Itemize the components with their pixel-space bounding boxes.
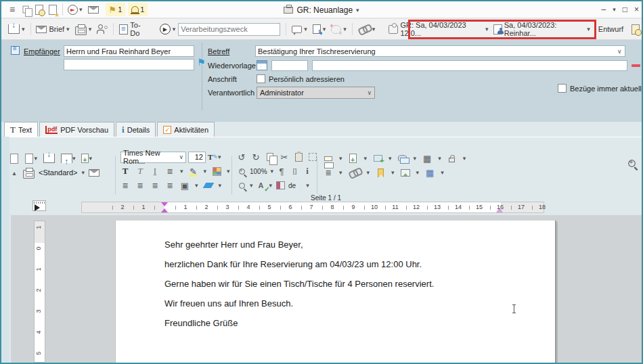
comments-button[interactable]: ▾ [289, 20, 310, 38]
search-icon[interactable] [237, 180, 246, 191]
insert-frame-icon[interactable] [373, 153, 382, 164]
list-format-icon[interactable]: ≣ [324, 167, 333, 178]
wiedervorlage-text-input[interactable] [312, 60, 627, 71]
draft-history-icon[interactable] [629, 22, 642, 36]
wiedervorlage-date-input[interactable] [271, 60, 308, 71]
verarbeitungszweck-input[interactable] [178, 23, 280, 36]
borders-icon[interactable]: ▣ [180, 180, 190, 191]
horizontal-ruler[interactable]: 21123456789101112131415161718 [81, 202, 544, 213]
link-button[interactable]: ▾ [355, 20, 378, 38]
edit-document-icon[interactable]: ✎▾ [25, 153, 37, 164]
remove-icon[interactable] [631, 64, 640, 67]
zoom-level[interactable]: 100% [250, 168, 267, 175]
empfaenger-input-2[interactable] [64, 59, 194, 70]
undo-icon[interactable]: ↺ [237, 152, 246, 162]
paste-icon[interactable] [294, 152, 303, 162]
editor-workspace[interactable]: 1012345 Sehr geehrter Herr und Frau Beye… [11, 215, 642, 363]
printer-select-icon[interactable] [23, 167, 35, 178]
brief-dropdown-icon[interactable]: ▾ [66, 26, 70, 32]
text-boundaries-icon[interactable]: [ ] [290, 166, 299, 177]
zoom-dropdown-icon[interactable]: ▾ [271, 168, 274, 175]
tab-details[interactable]: i Details [116, 122, 156, 137]
empfaenger-icon[interactable] [11, 46, 20, 56]
calendar-icon[interactable] [257, 60, 267, 72]
highlight-color-icon[interactable]: ✎ [189, 166, 198, 177]
italic-icon[interactable]: T [135, 166, 145, 177]
print-dropdown-icon[interactable]: ▾ [89, 26, 92, 32]
insert-table-icon[interactable]: ▦ [422, 153, 432, 164]
bold-icon[interactable]: T [120, 166, 130, 177]
linked-record-1-dropdown-icon[interactable]: ▾ [485, 26, 489, 32]
save-import-button[interactable]: ▾ [5, 20, 28, 38]
tab-text[interactable]: T Text [4, 122, 38, 137]
redo-icon[interactable]: ↻ [251, 152, 261, 162]
bezuege-checkbox[interactable] [558, 84, 567, 93]
language-code[interactable]: de [288, 182, 296, 189]
select-all-icon[interactable] [308, 152, 317, 162]
flag-marker-icon[interactable]: ⚑ [197, 57, 206, 68]
linked-record-2-dropdown-icon[interactable]: ▾ [587, 26, 590, 32]
workflow-button[interactable]: ▾ [328, 20, 349, 38]
document-history-icon[interactable] [32, 3, 46, 16]
bell-badge[interactable]: 1 [128, 3, 148, 16]
insert-document-icon[interactable] [349, 153, 358, 164]
hyperlink-icon[interactable] [349, 167, 361, 178]
contacts-button[interactable] [94, 20, 110, 38]
document-favorite-icon[interactable] [46, 3, 60, 16]
align-right-icon[interactable]: ≣ [150, 180, 160, 191]
letter-body[interactable]: Sehr geehrter Herr und Frau Beyer,herzli… [164, 240, 514, 338]
formatting-marks-icon[interactable]: ¶ [277, 166, 286, 177]
comments-dropdown-icon[interactable]: ▾ [304, 26, 307, 32]
empfaenger-input[interactable] [64, 45, 194, 57]
flag-badge[interactable]: ⚑ 1 [106, 3, 126, 16]
workflow-dropdown-icon[interactable]: ▾ [343, 26, 347, 32]
close-button[interactable]: × [634, 5, 639, 14]
copy-icon[interactable] [265, 152, 275, 162]
insert-field-icon[interactable] [398, 153, 407, 164]
tab-aktivitaeten[interactable]: ✓ Aktivitäten [157, 122, 215, 137]
verantwortlich-select[interactable]: Administrator ∨ [257, 87, 375, 99]
letter-paragraph[interactable]: Wir freuen uns auf Ihren Besuch. [164, 298, 514, 309]
underline-icon[interactable]: I [150, 166, 160, 177]
forward-document-button[interactable]: ▾ [310, 20, 329, 38]
brief-button[interactable]: Brief ▾ [33, 20, 72, 38]
export-document-icon[interactable]: ▾ [61, 153, 76, 164]
letter-paragraph[interactable]: herzlichen Dank für Ihre Reservierung am… [164, 259, 514, 270]
collapse-toolbar-icon[interactable]: ▴ [9, 167, 19, 178]
maximize-button[interactable]: □ [623, 5, 627, 14]
vertical-ruler[interactable]: 1012345 [34, 221, 45, 363]
zoom-in-icon[interactable] [237, 166, 246, 177]
table-properties-icon[interactable]: ▦ [425, 167, 435, 178]
send-mail-icon[interactable] [89, 167, 99, 178]
align-left-icon[interactable]: ≣ [120, 180, 130, 191]
insert-image-icon[interactable] [401, 167, 410, 178]
letter-paragraph[interactable]: Sehr geehrter Herr und Frau Beyer, [164, 240, 514, 250]
document-page[interactable]: Sehr geehrter Herr und Frau Beyer,herzli… [115, 221, 556, 363]
printer-dropdown-icon[interactable]: ▾ [82, 169, 85, 176]
magnify-page-icon[interactable] [627, 158, 636, 168]
search-dropdown-icon[interactable]: ▾ [250, 182, 253, 189]
run-button[interactable]: ▶ ▾ [157, 20, 179, 38]
align-justify-icon[interactable]: ≣ [165, 180, 175, 191]
windows-icon[interactable] [19, 3, 32, 16]
first-line-indent-marker[interactable] [161, 202, 168, 206]
link-dropdown-icon[interactable]: ▾ [372, 26, 376, 32]
linked-record-2[interactable]: Sa, 04/03/2023: Reinhar... ▾ [491, 20, 592, 38]
character-style-icon[interactable]: T✎▾ [208, 152, 221, 162]
letter-paragraph[interactable]: Freundliche Grüße [164, 318, 514, 329]
new-document-icon[interactable] [9, 153, 19, 164]
cut-icon[interactable]: ✂ [280, 152, 289, 162]
left-indent-marker[interactable] [161, 208, 168, 212]
run-dropdown-icon[interactable]: ▾ [173, 26, 176, 32]
clone-formatting-icon[interactable] [204, 180, 213, 191]
ruler-settings-icon[interactable] [32, 200, 46, 211]
compass-dropdown-icon[interactable]: ▾ [79, 6, 83, 13]
betreff-label[interactable]: Betreff [208, 47, 229, 55]
tab-pdf-vorschau[interactable]: pdf PDF Vorschau [39, 122, 114, 137]
navigation-compass-icon[interactable] [66, 3, 79, 16]
betreff-dropdown-icon[interactable]: ∨ [617, 48, 622, 55]
font-size-input[interactable]: 12 [188, 152, 206, 163]
print-button[interactable]: ▾ [72, 20, 95, 38]
align-center-icon[interactable]: ≣ [135, 180, 145, 191]
todo-button[interactable]: To-Do [116, 20, 152, 38]
